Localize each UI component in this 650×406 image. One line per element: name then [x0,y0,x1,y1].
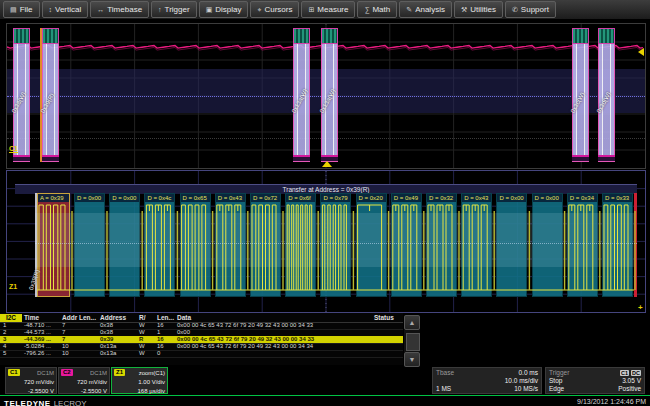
c2-coupling: DC1M [90,370,107,376]
column-header[interactable]: Status [374,314,394,322]
row-index: 2 [3,329,6,336]
column-header[interactable]: R/ [139,314,146,322]
burst-bottom [42,155,59,162]
burst-scl-cap [572,28,589,44]
i2c-burst[interactable]: 0x39(R) [42,28,59,162]
row-index: 1 [3,322,6,329]
trigger-level: 3.05 V [622,377,641,384]
tbase-delay: 0.0 ms [518,369,538,376]
menu-item-measure[interactable]: ⊞Measure [301,1,355,18]
menu-item-math[interactable]: ∑Math [357,1,397,18]
timebase-box[interactable]: Tbase 0.0 ms 10.0 ms/div 1 MS 10 MS/s [432,367,542,394]
scroll-thumb[interactable] [406,333,420,351]
tbase-label: Tbase [436,369,454,376]
c1-ground-marker[interactable]: C1 [9,145,18,153]
trigger-slope: Positive [618,385,641,392]
main-waveform-grid[interactable]: 0x38(W)0x39(R)0x13a(W)0x13a(W)0x3c(W)0x3… [6,23,646,169]
i2c-tab[interactable]: I2C [0,314,22,322]
burst-bottom [598,155,615,162]
trigger-label: Trigger [549,369,569,376]
zoom-z1-grid[interactable]: Transfer at Address = 0x39(R) A = 0x39D … [6,170,646,313]
c1-descriptor-box[interactable]: C1 DC1M 720 mV/div -2.5500 V [5,367,57,394]
utilities-icon: ⚒ [461,6,467,13]
c1-scale: 720 mV/div [24,379,54,385]
tbase-scale: 10.0 ms/div [505,377,538,384]
column-header[interactable]: Addr Len... [62,314,96,322]
zoom-dotted-level [35,243,637,244]
c1-chip: C1 [8,369,20,376]
cell-rw: W [139,329,145,336]
menu-item-label: Support [521,5,549,14]
menu-item-trigger[interactable]: ↑Trigger [151,1,197,18]
scroll-up-button[interactable]: ▲ [404,315,420,330]
cell-data: 0x00 00 4c 65 43 72 6f 79 20 49 32 43 00… [177,336,314,343]
menu-item-label: Vertical [55,5,81,14]
cell-time: -48.710 ... [24,322,51,329]
file-icon: ▤ [10,6,17,13]
scroll-down-button[interactable]: ▼ [404,352,420,367]
menu-item-vertical[interactable]: ↕Vertical [42,1,89,18]
cell-address: 0x39 [100,336,113,343]
measure-icon: ⊞ [308,6,314,13]
menu-item-support[interactable]: ✆Support [505,1,556,18]
column-header[interactable]: Address [100,314,126,322]
menu-item-label: Trigger [165,5,190,14]
menu-item-cursors[interactable]: ⌖Cursors [250,1,299,18]
tbase-samples: 1 MS [436,385,451,392]
i2c-burst[interactable]: 0x13a(W) [321,28,338,162]
row-index: 3 [3,336,6,343]
i2c-burst[interactable]: 0x38(W) [13,28,30,162]
trigger-level-marker[interactable] [638,48,644,56]
cell-addr_len: 10 [62,350,69,357]
cell-rw: W [139,343,145,350]
cell-time: -796.26 ... [24,350,51,357]
column-header[interactable]: Time [24,314,39,322]
cell-len: 0 [157,350,160,357]
table-row[interactable]: 5-796.26 ...100x13aW0 [0,350,403,358]
column-header[interactable]: Data [177,314,191,322]
table-scrollbar[interactable]: ▲ ▼ [404,315,420,367]
menu-item-timebase[interactable]: ↔Timebase [90,1,149,18]
menu-item-label: Utilities [470,5,496,14]
trigger-source-chip: C1 [620,370,629,376]
menu-item-label: Timebase [107,5,142,14]
timebase-icon: ↔ [97,6,104,13]
row-index: 4 [3,343,6,350]
cursors-icon: ⌖ [257,6,261,13]
trigger-coupling-chip: DC [631,370,641,376]
cell-data: 0x00 00 4c 65 43 72 6f 79 20 49 32 43 00… [177,322,313,329]
menu-item-label: Analysis [415,5,445,14]
math-icon: ∑ [364,6,369,13]
z1-descriptor-box[interactable]: Z1 zoom(C1) 1.00 V/div 168 µs/div [111,367,168,394]
c2-descriptor-box[interactable]: C2 DC1M 720 mV/div -2.5500 V [58,367,110,394]
brand-bold: TELEDYNE [4,399,51,406]
menu-item-label: Display [215,5,241,14]
tbase-rate: 10 MS/s [514,385,538,392]
trigger-box[interactable]: Trigger C1DC Stop 3.05 V Edge Positive [545,367,645,394]
trigger-time-marker[interactable] [322,161,332,167]
menu-item-file[interactable]: ▤File [3,1,40,18]
i2c-burst[interactable]: 0x3d(W) [598,28,615,162]
cell-time: -5.0284 ... [24,343,51,350]
cell-rw: R [139,336,143,343]
analysis-icon: ✎ [406,6,412,13]
cell-address: 0x13a [100,350,116,357]
menu-bar: ▤File↕Vertical↔Timebase↑Trigger▣Display⌖… [0,0,650,20]
i2c-burst[interactable]: 0x13a(W) [293,28,310,162]
menu-item-utilities[interactable]: ⚒Utilities [454,1,503,18]
cell-rw: W [139,322,145,329]
menu-item-display[interactable]: ▣Display [199,1,249,18]
cell-address: 0x13a [100,343,116,350]
zoom-corner-marker: + [638,303,643,312]
i2c-burst[interactable]: 0x3c(W) [572,28,589,162]
column-header[interactable]: Len... [157,314,174,322]
i2c-decode-table[interactable]: TimeAddr Len...AddressR/Len...DataStatus… [0,313,403,365]
vertical-icon: ↕ [49,6,53,13]
trigger-type: Edge [549,385,564,392]
row-index: 5 [3,350,6,357]
menu-item-analysis[interactable]: ✎Analysis [399,1,452,18]
z1-marker[interactable]: Z1 [9,283,17,290]
burst-scl-cap [13,28,30,44]
brand-light: LECROY [54,399,87,406]
menu-item-label: Measure [317,5,348,14]
